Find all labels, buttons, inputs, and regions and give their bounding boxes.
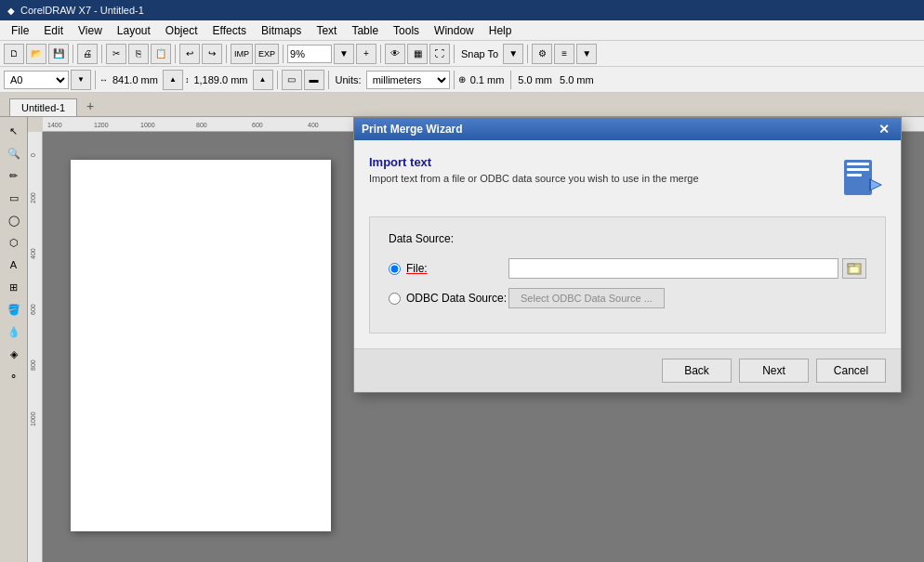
app-icon: ◆ [7, 6, 15, 16]
zoom-input[interactable] [287, 45, 332, 63]
svg-rect-20 [850, 267, 859, 273]
dialog-close-button[interactable]: ✕ [875, 122, 893, 137]
svg-rect-14 [847, 168, 869, 171]
menu-file[interactable]: File [4, 22, 36, 39]
svg-text:400: 400 [308, 122, 319, 128]
shadow-tool[interactable]: ⚬ [4, 366, 24, 386]
table-tool[interactable]: ⊞ [4, 277, 24, 297]
print-merge-dialog: Print Merge Wizard ✕ Import text Import … [353, 117, 902, 393]
svg-text:200: 200 [30, 192, 36, 203]
new-button[interactable]: 🗋 [4, 44, 24, 64]
wireframe-button[interactable]: ▦ [407, 44, 428, 64]
odbc-radio-label[interactable]: ODBC Data Source: [406, 292, 508, 305]
x-label: 5.0 mm [515, 74, 555, 85]
menu-effects[interactable]: Effects [205, 22, 254, 39]
cancel-button[interactable]: Cancel [816, 359, 886, 383]
back-button[interactable]: Back [662, 359, 732, 383]
sep9 [95, 71, 96, 89]
menu-table[interactable]: Table [344, 22, 386, 39]
landscape-button[interactable]: ▬ [304, 70, 324, 90]
title-bar: ◆ CorelDRAW X7 - Untitled-1 [0, 0, 924, 20]
view-button[interactable]: 👁 [385, 44, 405, 64]
text-tool[interactable]: A [4, 255, 24, 275]
svg-text:0: 0 [30, 153, 36, 157]
y-label: 5.0 mm [557, 74, 597, 85]
fill-tool[interactable]: 🪣 [4, 299, 24, 320]
ellipse-tool[interactable]: ◯ [4, 210, 24, 230]
sep6 [380, 45, 381, 63]
svg-text:600: 600 [252, 122, 263, 128]
left-toolbox: ↖ 🔍 ✏ ▭ ◯ ⬡ A ⊞ 🪣 💧 ◈ ⚬ [0, 117, 28, 562]
width-value: 841.0 mm [110, 74, 161, 85]
rectangle-tool[interactable]: ▭ [4, 188, 24, 208]
menu-bitmaps[interactable]: Bitmaps [254, 22, 309, 39]
sep3 [175, 45, 176, 63]
settings-button[interactable]: ≡ [554, 44, 574, 64]
open-button[interactable]: 📂 [26, 44, 46, 64]
browse-button[interactable] [842, 258, 866, 279]
menu-edit[interactable]: Edit [36, 22, 71, 39]
save-button[interactable]: 💾 [48, 44, 69, 64]
menu-object[interactable]: Object [158, 22, 205, 39]
odbc-select-button[interactable]: Select ODBC Data Source ... [508, 288, 665, 308]
zoom-tool[interactable]: 🔍 [4, 143, 24, 163]
menu-layout[interactable]: Layout [110, 22, 158, 39]
height-up-button[interactable]: ▲ [253, 70, 273, 90]
cut-button[interactable]: ✂ [106, 44, 126, 64]
sep13 [510, 71, 511, 89]
portrait-button[interactable]: ▭ [282, 70, 302, 90]
options-button[interactable]: ⚙ [532, 44, 552, 64]
menu-text[interactable]: Text [309, 22, 344, 39]
tab-untitled1[interactable]: Untitled-1 [9, 98, 77, 116]
page-size-dropdown-button[interactable]: ▼ [71, 70, 91, 90]
undo-button[interactable]: ↩ [179, 44, 200, 64]
menu-window[interactable]: Window [427, 22, 482, 39]
interactive-tool[interactable]: ◈ [4, 344, 24, 364]
copy-button[interactable]: ⎘ [128, 44, 149, 64]
ruler-left: 0 200 400 600 800 1000 [28, 132, 43, 562]
eyedropper-tool[interactable]: 💧 [4, 321, 24, 342]
svg-rect-19 [848, 264, 854, 267]
svg-rect-13 [847, 163, 869, 165]
properties-toolbar: A0 ▼ ↔ 841.0 mm ▲ ↕ 1,189.0 mm ▲ ▭ ▬ Uni… [0, 67, 924, 93]
page-size-select[interactable]: A0 [4, 71, 69, 89]
paste-button[interactable]: 📋 [151, 44, 171, 64]
height-icon: ↕ [185, 75, 190, 85]
polygon-tool[interactable]: ⬡ [4, 232, 24, 253]
menu-help[interactable]: Help [482, 22, 520, 39]
width-up-button[interactable]: ▲ [163, 70, 183, 90]
file-radio-label[interactable]: File: [406, 262, 508, 275]
height-value: 1,189.0 mm [191, 74, 250, 85]
export-button[interactable]: EXP [255, 44, 279, 64]
zoom-dropdown-button[interactable]: ▼ [334, 44, 354, 64]
svg-text:1000: 1000 [140, 122, 155, 128]
redo-button[interactable]: ↪ [202, 44, 222, 64]
main-toolbar: 🗋 📂 💾 🖨 ✂ ⎘ 📋 ↩ ↪ IMP EXP ▼ + 👁 ▦ ⛶ Snap… [0, 41, 924, 67]
zoom-in-button[interactable]: + [356, 44, 376, 64]
datasource-label: Data Source: [389, 232, 866, 245]
next-button[interactable]: Next [739, 359, 809, 383]
snap-dropdown-button[interactable]: ▼ [503, 44, 523, 64]
canvas-page [71, 160, 331, 531]
freehand-tool[interactable]: ✏ [4, 165, 24, 186]
menu-view[interactable]: View [71, 22, 110, 39]
select-tool[interactable]: ↖ [4, 121, 24, 141]
dialog-header-icon [839, 155, 886, 202]
file-path-input[interactable] [508, 258, 838, 279]
dialog-footer: Back Next Cancel [354, 348, 901, 392]
more-button[interactable]: ▼ [576, 44, 597, 64]
odbc-radio[interactable] [389, 293, 401, 305]
svg-rect-15 [847, 174, 862, 176]
new-tab-button[interactable]: + [79, 96, 101, 116]
import-button[interactable]: IMP [231, 44, 253, 64]
sep1 [73, 45, 73, 63]
sep7 [454, 45, 455, 63]
print-button[interactable]: 🖨 [77, 44, 98, 64]
svg-text:600: 600 [30, 304, 36, 315]
tab-label: Untitled-1 [21, 102, 65, 113]
units-select[interactable]: millimeters [366, 71, 450, 89]
menu-tools[interactable]: Tools [386, 22, 427, 39]
full-screen-button[interactable]: ⛶ [429, 44, 450, 64]
file-radio[interactable] [389, 263, 401, 275]
sep8 [527, 45, 528, 63]
